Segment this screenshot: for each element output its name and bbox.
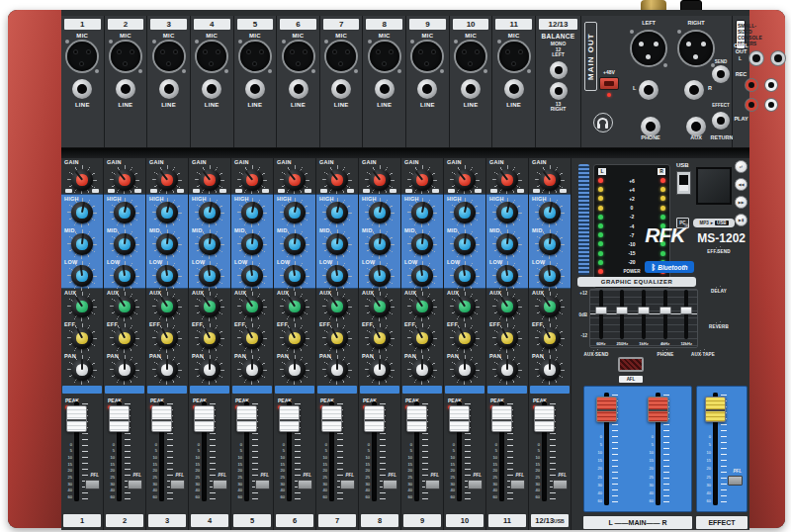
low-eq-knob[interactable] — [283, 264, 307, 288]
eq-band-slider[interactable] — [620, 290, 624, 339]
effect-send-knob[interactable] — [283, 326, 307, 350]
aux-send-knob[interactable] — [113, 295, 136, 318]
low-eq-knob[interactable] — [240, 264, 264, 288]
gain-knob[interactable] — [538, 168, 562, 192]
channel-fader[interactable] — [109, 405, 130, 432]
channel-fader[interactable] — [534, 405, 555, 432]
aux-send-knob[interactable] — [325, 295, 349, 318]
channel-fader[interactable] — [279, 405, 300, 432]
gain-knob[interactable] — [368, 168, 392, 192]
pfl-button[interactable] — [213, 480, 227, 489]
eq-slider-cap[interactable] — [638, 307, 650, 314]
effect-send-knob[interactable] — [453, 326, 477, 350]
effect-send-knob[interactable] — [155, 326, 179, 350]
mid-eq-knob[interactable] — [283, 232, 307, 256]
gain-knob[interactable] — [198, 168, 221, 192]
high-eq-knob[interactable] — [70, 201, 94, 224]
low-eq-knob[interactable] — [538, 264, 562, 288]
pan-knob[interactable] — [155, 358, 179, 382]
low-eq-knob[interactable] — [70, 264, 94, 288]
effect-send-knob[interactable] — [495, 326, 519, 350]
effect-pfl-button[interactable] — [728, 476, 743, 486]
channel-fader[interactable] — [194, 405, 215, 432]
mid-eq-knob[interactable] — [155, 232, 179, 256]
pan-knob[interactable] — [453, 358, 477, 382]
aux-send-knob[interactable] — [155, 295, 179, 318]
channel-fader[interactable] — [321, 405, 342, 432]
high-eq-knob[interactable] — [283, 201, 307, 224]
pan-knob[interactable] — [70, 358, 94, 382]
mid-eq-knob[interactable] — [113, 232, 136, 256]
channel-fader[interactable] — [449, 405, 470, 432]
high-eq-knob[interactable] — [538, 201, 562, 224]
eq-slider-cap[interactable] — [595, 307, 607, 314]
gain-knob[interactable] — [113, 168, 136, 192]
effect-send-knob[interactable] — [113, 326, 136, 350]
media-button[interactable]: ▶▶ — [735, 196, 747, 209]
main-left-fader-cap[interactable] — [596, 397, 617, 422]
mid-eq-knob[interactable] — [368, 232, 392, 256]
channel-fader[interactable] — [364, 405, 385, 432]
pfl-button[interactable] — [255, 480, 270, 489]
gain-knob[interactable] — [70, 168, 94, 192]
aux-send-knob[interactable] — [538, 295, 562, 318]
pfl-button[interactable] — [425, 480, 440, 489]
mid-eq-knob[interactable] — [410, 232, 434, 256]
main-right-fader-cap[interactable] — [648, 397, 668, 422]
effect-send-knob[interactable] — [198, 326, 221, 350]
high-eq-knob[interactable] — [113, 201, 136, 224]
mid-eq-knob[interactable] — [70, 232, 94, 256]
pfl-button[interactable] — [468, 480, 483, 489]
high-eq-knob[interactable] — [155, 201, 179, 224]
gain-knob[interactable] — [453, 168, 477, 192]
eq-slider-cap[interactable] — [616, 307, 628, 314]
aux-send-knob[interactable] — [198, 295, 221, 318]
aux-send-knob[interactable] — [453, 295, 477, 318]
aux-send-knob[interactable] — [410, 295, 434, 318]
mid-eq-knob[interactable] — [325, 232, 349, 256]
pfl-button[interactable] — [85, 480, 100, 489]
low-eq-knob[interactable] — [495, 264, 519, 288]
eq-slider-cap[interactable] — [680, 307, 692, 314]
media-button[interactable]: ◀◀ — [735, 178, 747, 191]
high-eq-knob[interactable] — [198, 201, 221, 224]
channel-fader[interactable] — [66, 405, 87, 432]
pan-knob[interactable] — [410, 358, 434, 382]
gain-knob[interactable] — [325, 168, 349, 192]
eq-slider-cap[interactable] — [659, 307, 671, 314]
pan-knob[interactable] — [325, 358, 349, 382]
pan-knob[interactable] — [495, 358, 519, 382]
eq-band-slider[interactable] — [663, 290, 667, 339]
low-eq-knob[interactable] — [155, 264, 179, 288]
low-eq-knob[interactable] — [198, 264, 221, 288]
pfl-button[interactable] — [510, 480, 525, 489]
afl-button[interactable] — [618, 357, 644, 372]
aux-send-knob[interactable] — [368, 295, 392, 318]
mid-eq-knob[interactable] — [538, 232, 562, 256]
gain-knob[interactable] — [155, 168, 179, 192]
pan-knob[interactable] — [538, 358, 562, 382]
high-eq-knob[interactable] — [453, 201, 477, 224]
low-eq-knob[interactable] — [453, 264, 477, 288]
pfl-button[interactable] — [128, 480, 142, 489]
effect-fader-cap[interactable] — [705, 397, 726, 422]
channel-fader[interactable] — [491, 405, 512, 432]
pfl-button[interactable] — [553, 480, 568, 489]
effect-send-knob[interactable] — [70, 326, 94, 350]
mid-eq-knob[interactable] — [198, 232, 221, 256]
channel-fader[interactable] — [406, 405, 427, 432]
pfl-button[interactable] — [340, 480, 355, 489]
phantom-power-switch[interactable] — [599, 77, 619, 90]
low-eq-knob[interactable] — [113, 264, 136, 288]
eq-band-slider[interactable] — [599, 290, 603, 339]
pan-knob[interactable] — [198, 358, 221, 382]
effect-send-knob[interactable] — [368, 326, 392, 350]
mid-eq-knob[interactable] — [240, 232, 264, 256]
eq-band-slider[interactable] — [684, 290, 688, 339]
effect-send-knob[interactable] — [240, 326, 264, 350]
low-eq-knob[interactable] — [410, 264, 434, 288]
effect-send-knob[interactable] — [325, 326, 349, 350]
media-button[interactable]: ⇄ — [735, 160, 747, 173]
eq-band-slider[interactable] — [642, 290, 646, 339]
pan-knob[interactable] — [113, 358, 136, 382]
